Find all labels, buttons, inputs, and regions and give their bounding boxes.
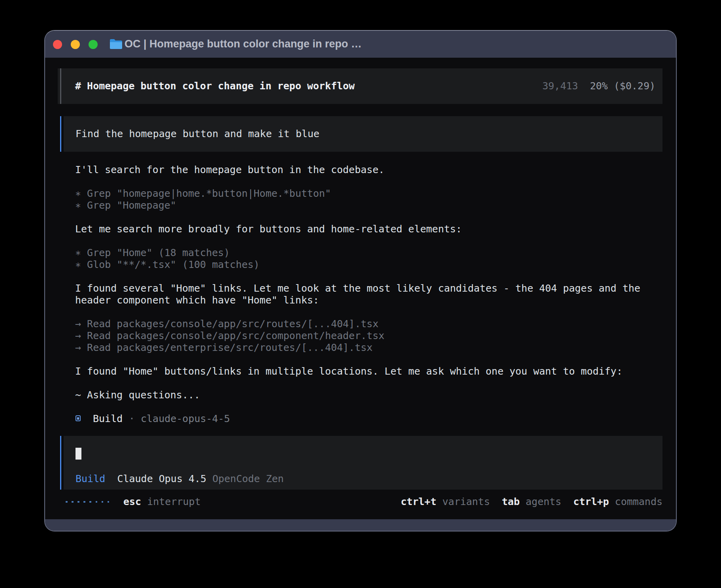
spinner-dot (64, 496, 70, 508)
text-cursor (75, 448, 81, 460)
terminal-content: # Homepage button color change in repo w… (45, 58, 676, 519)
spinner-dot (105, 496, 111, 508)
minimize-button[interactable] (71, 40, 80, 49)
variants-key[interactable]: ctrl+t (401, 496, 436, 507)
assistant-text-line: I found "Home" buttons/links in multiple… (75, 366, 623, 377)
desktop-background: OC | Homepage button color change in rep… (0, 0, 721, 588)
context-cost: 20% ($0.29) (590, 80, 655, 92)
file-read-line: → Read packages/console/app/src/componen… (75, 330, 385, 342)
spinner-dot (70, 496, 75, 508)
esc-key[interactable]: esc (123, 496, 141, 507)
tool-call-line: ∗ Grep "Home" (18 matches) (75, 247, 230, 259)
session-header: # Homepage button color change in repo w… (58, 68, 662, 104)
agent-name: Build (93, 413, 123, 425)
assistant-text-line: Let me search more broadly for buttons a… (75, 223, 462, 235)
window-title: OC | Homepage button color change in rep… (125, 31, 362, 58)
spinner-dot (99, 496, 105, 508)
variants-label: variants (442, 496, 490, 507)
input-provider: OpenCode Zen (212, 473, 284, 484)
interrupt-hint: esc interrupt (123, 496, 201, 508)
user-message: Find the homepage button and make it blu… (64, 116, 662, 152)
input-border (60, 436, 61, 490)
assistant-text-line: I'll search for the homepage button in t… (75, 164, 385, 176)
input-model: Claude Opus 4.5 (117, 473, 206, 484)
window-bottom-band (45, 519, 676, 531)
spinner-dots (64, 496, 111, 508)
zoom-button[interactable] (89, 40, 98, 49)
tool-call-line: ∗ Grep "homepage|home.*button|Home.*butt… (75, 188, 331, 200)
input-status: Build Claude Opus 4.5 OpenCode Zen (75, 473, 284, 485)
user-message-border (60, 116, 61, 152)
assistant-text-line: I found several "Home" links. Let me loo… (75, 283, 640, 294)
agent-build-icon (75, 415, 81, 421)
close-button[interactable] (53, 40, 62, 49)
prompt-input[interactable]: Build Claude Opus 4.5 OpenCode Zen (64, 436, 662, 490)
token-count: 39,413 (542, 80, 578, 92)
spinner-dot (75, 496, 81, 508)
user-message-text: Find the homepage button and make it blu… (75, 128, 319, 140)
file-read-line: → Read packages/enterprise/src/routes/[.… (75, 342, 373, 354)
interrupt-label: interrupt (147, 496, 200, 507)
commands-key[interactable]: ctrl+p (573, 496, 609, 507)
tool-call-line: ∗ Grep "Homepage" (75, 200, 176, 211)
agents-key[interactable]: tab (502, 496, 520, 507)
agent-badge-row: Build · claude-opus-4-5 (75, 413, 123, 425)
titlebar[interactable]: OC | Homepage button color change in rep… (45, 31, 676, 58)
input-mode: Build (75, 473, 105, 484)
agents-label: agents (526, 496, 561, 507)
session-stats: 39,413 20% ($0.29) (542, 80, 655, 92)
terminal-window: OC | Homepage button color change in rep… (44, 30, 677, 531)
spinner-dot (81, 496, 87, 508)
footer-left: esc interrupt (64, 496, 111, 508)
spinner-dot (93, 496, 99, 508)
tool-call-line: ∗ Glob "**/*.tsx" (100 matches) (75, 259, 260, 271)
agent-model: claude-opus-4-5 (141, 413, 230, 425)
file-read-line: → Read packages/console/app/src/routes/[… (75, 318, 379, 330)
spinner-dot (87, 496, 93, 508)
commands-label: commands (615, 496, 662, 507)
assistant-text-line: header component which have "Home" links… (75, 294, 319, 306)
session-header-border (60, 68, 61, 104)
session-title: # Homepage button color change in repo w… (75, 80, 355, 92)
folder-icon (109, 38, 123, 50)
agent-separator: · (129, 413, 135, 425)
footer-right: ctrl+t variants tab agents ctrl+p comman… (401, 496, 662, 508)
status-line: ~ Asking questions... (75, 389, 200, 401)
